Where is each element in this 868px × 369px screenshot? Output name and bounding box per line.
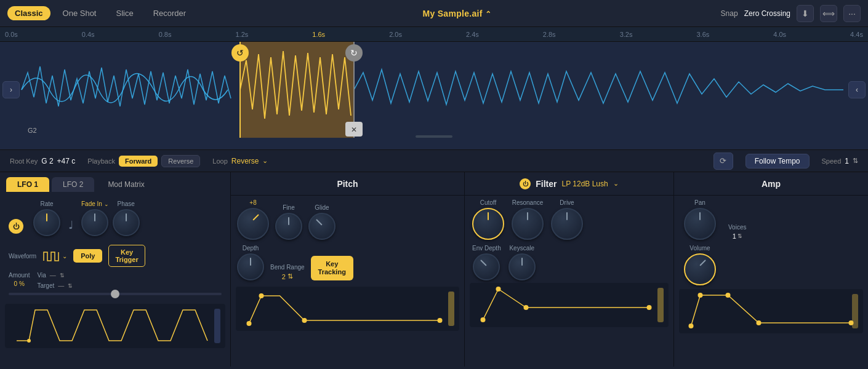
tab-classic[interactable]: Classic bbox=[7, 6, 50, 20]
amount-group: Amount 0 % bbox=[9, 272, 30, 287]
svg-point-18 bbox=[647, 305, 652, 310]
waveform-container[interactable]: › ‹ ↺ ↻ bbox=[0, 42, 868, 138]
svg-point-10 bbox=[27, 339, 31, 343]
lfo-tab-2[interactable]: LFO 2 bbox=[52, 177, 94, 192]
svg-point-11 bbox=[247, 321, 252, 326]
depth-knob[interactable] bbox=[237, 253, 264, 280]
rate-knob[interactable] bbox=[33, 209, 60, 236]
timeline-markers: 0.0s 0.4s 0.8s 1.2s 1.6s 2.0s 2.4s 2.8s … bbox=[5, 31, 863, 38]
glide-knob[interactable] bbox=[308, 213, 336, 240]
marker-3: 1.2s bbox=[235, 31, 248, 38]
timeline: 0.0s 0.4s 0.8s 1.2s 1.6s 2.0s 2.4s 2.8s … bbox=[0, 27, 868, 42]
svg-point-12 bbox=[259, 293, 264, 298]
pan-knob[interactable] bbox=[684, 208, 716, 240]
bend-range-label: Bend Range bbox=[270, 264, 305, 271]
key-trigger-btn[interactable]: KeyTrigger bbox=[108, 245, 145, 267]
more-icon[interactable]: ··· bbox=[843, 5, 861, 22]
lfo-phase-group: Phase bbox=[113, 200, 140, 236]
amp-env-bar bbox=[852, 294, 858, 328]
tab-recorder[interactable]: Recorder bbox=[146, 6, 193, 20]
lfo-slider-container bbox=[9, 293, 222, 295]
speed-value[interactable]: 1 bbox=[845, 157, 849, 165]
amp-panel: Amp Pan Voices 1 ⇅ Volume bbox=[674, 172, 868, 367]
wave-icon bbox=[42, 250, 61, 262]
top-bar: Classic One Shot Slice Recorder My Sampl… bbox=[0, 0, 868, 27]
volume-knob[interactable] bbox=[684, 253, 716, 285]
resonance-knob[interactable] bbox=[512, 208, 544, 240]
amp-knobs-row1: Pan Voices 1 ⇅ bbox=[674, 196, 868, 244]
waveform-nav-right[interactable]: ‹ bbox=[848, 81, 866, 98]
filter-type-arrow[interactable]: ⌄ bbox=[613, 180, 619, 188]
marker-11: 4.4s bbox=[850, 31, 863, 38]
follow-tempo-btn[interactable]: Follow Tempo bbox=[745, 154, 810, 169]
drive-label: Drive bbox=[560, 199, 574, 206]
keyscale-knob[interactable] bbox=[508, 253, 536, 280]
lfo-power-btn[interactable]: ⏻ bbox=[9, 219, 23, 234]
drive-knob[interactable] bbox=[551, 208, 583, 240]
lfo-tab-1[interactable]: LFO 1 bbox=[6, 177, 49, 192]
lfo-slider-track[interactable] bbox=[9, 293, 222, 295]
volume-label: Volume bbox=[689, 245, 710, 252]
svg-text:✕: ✕ bbox=[351, 125, 357, 134]
voices-value[interactable]: 1 ⇅ bbox=[733, 232, 742, 240]
fade-label: Fade In ⌄ bbox=[81, 200, 109, 207]
filter-power-btn[interactable]: ⏻ bbox=[520, 178, 531, 189]
amount-label: Amount bbox=[9, 272, 30, 279]
snap-value[interactable]: Zero Crossing bbox=[744, 9, 790, 18]
scroll-hint bbox=[416, 135, 452, 138]
lfo-rate-group: Rate bbox=[33, 200, 60, 236]
filter-env-bar bbox=[657, 288, 664, 322]
lfo-panel: LFO 1 LFO 2 Mod Matrix ⏻ Rate ♩ Fade In bbox=[0, 172, 231, 367]
env-depth-knob[interactable] bbox=[473, 253, 500, 280]
target-label: Target bbox=[37, 282, 54, 289]
pitch-panel: Pitch +8 Fine Glide Depth Bend Ran bbox=[231, 172, 465, 367]
download-icon[interactable]: ⬇ bbox=[797, 5, 814, 22]
filter-knobs-row1: Cutoff Resonance Drive bbox=[465, 196, 673, 244]
cutoff-label: Cutoff bbox=[480, 199, 497, 206]
waveform-selector[interactable]: ⌄ bbox=[42, 250, 67, 262]
key-tracking-btn[interactable]: KeyTracking bbox=[311, 256, 353, 280]
env-depth-label: Env Depth bbox=[472, 245, 501, 252]
via-label: Via bbox=[37, 272, 46, 279]
lfo-tab-mod[interactable]: Mod Matrix bbox=[97, 177, 155, 192]
marker-9: 3.6s bbox=[696, 31, 709, 38]
filter-type[interactable]: LP 12dB Lush bbox=[562, 180, 608, 188]
lfo-row3: Amount 0 % Via — ⇅ Target — ⇅ bbox=[9, 272, 222, 289]
expand-icon[interactable]: ⟺ bbox=[820, 5, 837, 22]
reverse-btn[interactable]: Reverse bbox=[161, 155, 200, 167]
fine-label: Fine bbox=[283, 204, 294, 211]
tab-oneshot[interactable]: One Shot bbox=[55, 6, 104, 20]
pitch-value: +8 bbox=[249, 199, 256, 206]
env-depth-group: Env Depth bbox=[472, 245, 501, 280]
forward-btn[interactable]: Forward bbox=[119, 156, 158, 167]
fade-knob[interactable] bbox=[81, 209, 108, 236]
svg-point-13 bbox=[302, 318, 307, 323]
phase-label: Phase bbox=[118, 200, 135, 207]
loop-value[interactable]: Reverse bbox=[231, 157, 259, 165]
note-icon[interactable]: ♩ bbox=[64, 212, 78, 239]
cutoff-group: Cutoff bbox=[472, 199, 504, 240]
bend-range-arrows[interactable]: ⇅ bbox=[287, 272, 293, 280]
resonance-group: Resonance bbox=[512, 199, 544, 240]
phase-knob[interactable] bbox=[113, 209, 140, 236]
pitch-main-knob[interactable] bbox=[237, 208, 269, 240]
speed-label: Speed bbox=[822, 157, 842, 165]
svg-text:↻: ↻ bbox=[350, 48, 358, 58]
waveform-nav-left[interactable]: › bbox=[2, 81, 20, 98]
tab-slice[interactable]: Slice bbox=[108, 6, 140, 20]
pitch-title: Pitch bbox=[231, 172, 464, 196]
file-title: My Sample.aif ⌃ bbox=[198, 9, 715, 18]
loop-label: Loop bbox=[212, 157, 227, 165]
drive-group: Drive bbox=[551, 199, 583, 240]
speed-group: Speed 1 ⇅ bbox=[822, 157, 859, 165]
marker-6: 2.4s bbox=[466, 31, 479, 38]
fine-knob[interactable] bbox=[275, 213, 302, 240]
poly-btn[interactable]: Poly bbox=[73, 249, 102, 263]
filter-env-svg bbox=[470, 283, 669, 327]
svg-point-15 bbox=[481, 317, 486, 322]
marker-8: 3.2s bbox=[620, 31, 633, 38]
svg-text:↺: ↺ bbox=[236, 48, 244, 58]
lfo-slider-thumb[interactable] bbox=[111, 290, 119, 298]
waveform-toggle-btn[interactable]: ⟳ bbox=[713, 153, 733, 170]
cutoff-knob[interactable] bbox=[472, 208, 504, 240]
